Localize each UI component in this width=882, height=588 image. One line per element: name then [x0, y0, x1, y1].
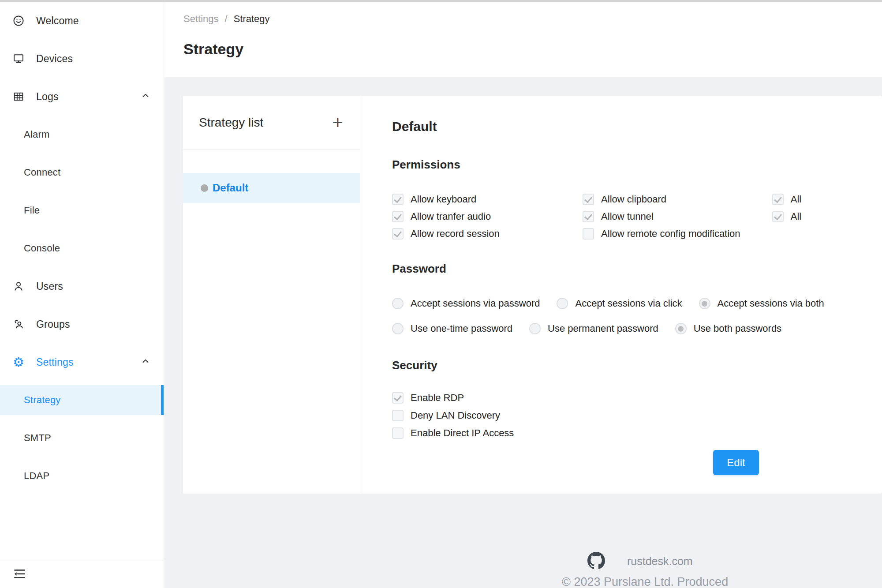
strategy-list-title: Strategy list	[199, 116, 263, 130]
radio-option: Use one-time password	[392, 321, 512, 336]
edit-button[interactable]: Edit	[713, 450, 759, 475]
strategy-detail-panel: Default Permissions Allow keyboard Allow…	[361, 96, 882, 494]
breadcrumb-separator: /	[225, 13, 228, 25]
sidebar-item-label: Settings	[36, 356, 74, 368]
gear-icon: ⚙	[12, 356, 25, 368]
copyright-text: © 2023 Purslane Ltd. Produced	[562, 575, 728, 588]
checkbox-allow-tunnel[interactable]	[583, 211, 594, 222]
users-icon	[12, 318, 25, 330]
checkbox-allow-clipboard[interactable]	[583, 194, 594, 205]
radio-accept-via-password[interactable]	[392, 298, 404, 309]
checkbox-row: All	[772, 192, 882, 207]
radio-one-time-password[interactable]	[392, 323, 404, 334]
window-top-edge	[0, 0, 882, 2]
checkbox-enable-direct-ip[interactable]	[392, 427, 404, 439]
password-heading: Password	[392, 262, 882, 276]
strategy-item-label: Default	[213, 182, 248, 194]
security-heading: Security	[392, 358, 882, 372]
grid-icon	[12, 90, 25, 103]
github-icon[interactable]	[587, 552, 605, 569]
password-radio-row-1: Accept sessions via password Accept sess…	[392, 296, 882, 311]
rustdesk-link[interactable]: rustdesk.com	[627, 555, 693, 568]
indent-collapse-icon[interactable]	[12, 567, 26, 583]
checkbox-row: Allow tranfer audio	[392, 209, 583, 224]
checkbox-label: Allow clipboard	[601, 194, 666, 205]
security-list: Enable RDP Deny LAN Discovery Enable Dir…	[392, 390, 882, 441]
checkbox-allow-transfer-audio[interactable]	[392, 211, 404, 222]
permissions-heading: Permissions	[392, 157, 882, 172]
detail-title: Default	[392, 119, 882, 135]
breadcrumb-settings[interactable]: Settings	[183, 13, 219, 25]
sidebar-item-ldap[interactable]: LDAP	[0, 457, 164, 495]
sidebar-item-label: Devices	[36, 53, 73, 65]
radio-option: Accept sessions via password	[392, 296, 540, 311]
checkbox-allow-keyboard[interactable]	[392, 194, 404, 205]
breadcrumb-strategy: Strategy	[234, 13, 270, 25]
page-title: Strategy	[183, 41, 243, 58]
sidebar: Welcome Devices	[0, 2, 164, 588]
radio-permanent-password[interactable]	[529, 323, 541, 334]
sidebar-item-file[interactable]: File	[0, 191, 164, 229]
checkbox-row: All	[772, 209, 882, 224]
checkbox-truncated-1[interactable]	[772, 194, 784, 205]
sidebar-item-logs[interactable]: Logs	[0, 78, 164, 116]
add-strategy-button[interactable]: +	[332, 113, 343, 132]
radio-label: Use one-time password	[411, 323, 512, 334]
chevron-up-icon[interactable]	[141, 356, 150, 368]
checkbox-row: Allow clipboard	[583, 192, 772, 207]
radio-option: Accept sessions via both	[699, 296, 824, 311]
strategy-list-item-default[interactable]: Default	[183, 173, 360, 203]
checkbox-row: Deny LAN Discovery	[392, 408, 882, 423]
sidebar-item-devices[interactable]: Devices	[0, 40, 164, 78]
sidebar-item-strategy[interactable]: Strategy	[0, 381, 164, 419]
sidebar-item-users[interactable]: Users	[0, 267, 164, 305]
page-header: Settings / Strategy Strategy	[164, 2, 882, 77]
checkbox-allow-remote-config[interactable]	[583, 228, 594, 240]
radio-label: Accept sessions via password	[411, 298, 540, 309]
sidebar-item-label: Console	[24, 243, 60, 254]
strategy-list-header: Strategy list +	[183, 96, 360, 150]
chevron-up-icon[interactable]	[141, 91, 150, 102]
sidebar-item-connect[interactable]: Connect	[0, 154, 164, 191]
checkbox-truncated-2[interactable]	[772, 211, 784, 222]
checkbox-label: Deny LAN Discovery	[411, 410, 500, 421]
password-radio-row-2: Use one-time password Use permanent pass…	[392, 321, 882, 336]
sidebar-item-groups[interactable]: Groups	[0, 305, 164, 343]
sidebar-item-smtp[interactable]: SMTP	[0, 419, 164, 457]
sidebar-nav: Welcome Devices	[0, 2, 164, 495]
sidebar-item-console[interactable]: Console	[0, 229, 164, 267]
sidebar-item-welcome[interactable]: Welcome	[0, 2, 164, 40]
sidebar-item-label: Welcome	[36, 15, 79, 27]
checkbox-label: Allow remote config modification	[601, 228, 740, 240]
checkbox-enable-rdp[interactable]	[392, 392, 404, 404]
sidebar-item-label: Logs	[36, 91, 59, 103]
sidebar-item-settings[interactable]: ⚙ Settings	[0, 343, 164, 381]
radio-accept-via-click[interactable]	[557, 298, 568, 309]
checkbox-allow-record-session[interactable]	[392, 228, 404, 240]
checkbox-row: Allow keyboard	[392, 192, 583, 207]
checkbox-label: Allow record session	[411, 228, 500, 240]
checkbox-row: Enable RDP	[392, 390, 882, 405]
checkbox-deny-lan-discovery[interactable]	[392, 410, 404, 421]
radio-both-passwords[interactable]	[675, 323, 687, 334]
radio-label: Accept sessions via both	[718, 298, 824, 309]
smiley-icon	[12, 15, 25, 27]
sidebar-collapse-bar	[0, 561, 164, 588]
radio-option: Accept sessions via click	[557, 296, 682, 311]
strategy-card: Strategy list + Default Default Permissi…	[183, 96, 882, 494]
radio-label: Use both passwords	[694, 323, 781, 334]
breadcrumb: Settings / Strategy	[183, 13, 270, 25]
sidebar-item-label: File	[24, 205, 40, 216]
radio-accept-via-both[interactable]	[699, 298, 710, 309]
sidebar-item-label: Users	[36, 281, 63, 292]
checkbox-label: All	[791, 211, 801, 222]
status-dot-icon	[201, 184, 208, 192]
strategy-list-panel: Strategy list + Default	[183, 96, 360, 494]
checkbox-label: Enable RDP	[411, 392, 464, 404]
checkbox-row: Allow remote config modification	[583, 226, 772, 241]
sidebar-item-label: LDAP	[24, 470, 49, 482]
sidebar-item-label: Connect	[24, 167, 60, 178]
checkbox-label: Allow keyboard	[411, 194, 476, 205]
sidebar-item-label: Alarm	[24, 129, 49, 140]
sidebar-item-alarm[interactable]: Alarm	[0, 116, 164, 154]
